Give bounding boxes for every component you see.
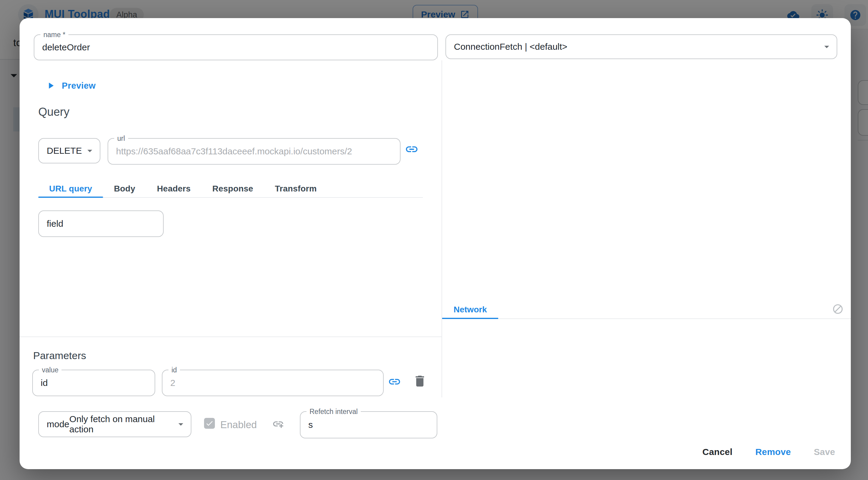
network-bar: Network — [442, 301, 851, 319]
param-value-field[interactable]: id — [162, 370, 384, 396]
tab-network[interactable]: Network — [442, 301, 498, 319]
add-link-icon — [272, 418, 284, 430]
enabled-checkbox[interactable] — [204, 418, 215, 429]
tab-response-label: Response — [213, 184, 253, 193]
parameters-divider — [20, 336, 441, 337]
delete-param-button[interactable] — [412, 374, 427, 388]
save-button[interactable]: Save — [806, 444, 843, 460]
run-preview-button[interactable]: Preview — [41, 77, 100, 94]
block-icon — [832, 303, 844, 315]
bind-url-button[interactable] — [405, 142, 418, 156]
connection-select[interactable]: Connection Fetch | <default> — [445, 34, 837, 59]
enabled-label: Enabled — [220, 419, 257, 430]
tab-headers-label: Headers — [157, 184, 191, 193]
connection-value: Fetch | <default> — [500, 41, 567, 52]
chevron-down-icon — [821, 41, 832, 53]
tab-response[interactable]: Response — [202, 180, 264, 197]
remove-button[interactable]: Remove — [747, 444, 799, 460]
refetch-interval-input[interactable] — [301, 412, 437, 438]
http-method-value: DELETE — [47, 146, 82, 156]
cancel-button[interactable]: Cancel — [695, 444, 741, 460]
tab-url-query-label: URL query — [49, 184, 92, 193]
tab-url-query[interactable]: URL query — [38, 180, 103, 197]
bind-enabled-button[interactable] — [272, 418, 284, 430]
tab-body-label: Body — [114, 184, 135, 193]
link-icon — [405, 142, 418, 156]
fetch-mode-value: Only fetch on manual action — [69, 414, 173, 434]
param-name-input[interactable] — [33, 370, 155, 396]
check-icon — [205, 419, 214, 427]
query-param-field[interactable] — [38, 210, 164, 237]
play-icon — [45, 81, 56, 91]
query-name-input[interactable] — [34, 35, 437, 60]
run-preview-label: Preview — [62, 81, 96, 91]
connection-label: Connection — [454, 41, 500, 52]
bind-param-button[interactable] — [388, 375, 401, 388]
tab-transform[interactable]: Transform — [264, 180, 328, 197]
query-name-field[interactable]: name * — [34, 34, 438, 60]
clear-network-button[interactable] — [832, 303, 844, 315]
fetch-mode-select[interactable]: mode Only fetch on manual action — [38, 411, 191, 437]
request-tabs: URL query Body Headers Response Transfor… — [38, 180, 423, 198]
param-value-input[interactable] — [162, 370, 383, 396]
active-tab-indicator — [38, 197, 103, 198]
tab-body[interactable]: Body — [103, 180, 146, 197]
chevron-down-icon — [84, 145, 96, 156]
trash-icon — [412, 374, 427, 388]
network-tab-indicator — [442, 318, 498, 319]
refetch-interval-field[interactable]: Refetch interval — [300, 411, 437, 439]
tab-transform-label: Transform — [275, 184, 317, 193]
url-input[interactable] — [108, 139, 400, 164]
url-field[interactable]: url — [107, 138, 401, 164]
tab-headers[interactable]: Headers — [146, 180, 202, 197]
param-name-field[interactable]: value — [32, 370, 155, 396]
query-editor-dialog: name * Connection Fetch | <default> Prev… — [20, 18, 851, 469]
dialog-actions: Cancel Remove Save — [695, 444, 843, 460]
parameters-title: Parameters — [33, 350, 86, 361]
link-icon — [388, 375, 401, 388]
fetch-mode-label: mode — [47, 419, 69, 429]
chevron-down-icon — [175, 419, 187, 430]
http-method-select[interactable]: DELETE — [38, 138, 100, 163]
query-param-input[interactable] — [39, 211, 163, 236]
query-section-title: Query — [38, 106, 69, 119]
panel-divider — [441, 60, 442, 397]
tab-network-label: Network — [454, 305, 487, 314]
screen: MUI Toolpad Alpha Preview — [0, 0, 868, 480]
